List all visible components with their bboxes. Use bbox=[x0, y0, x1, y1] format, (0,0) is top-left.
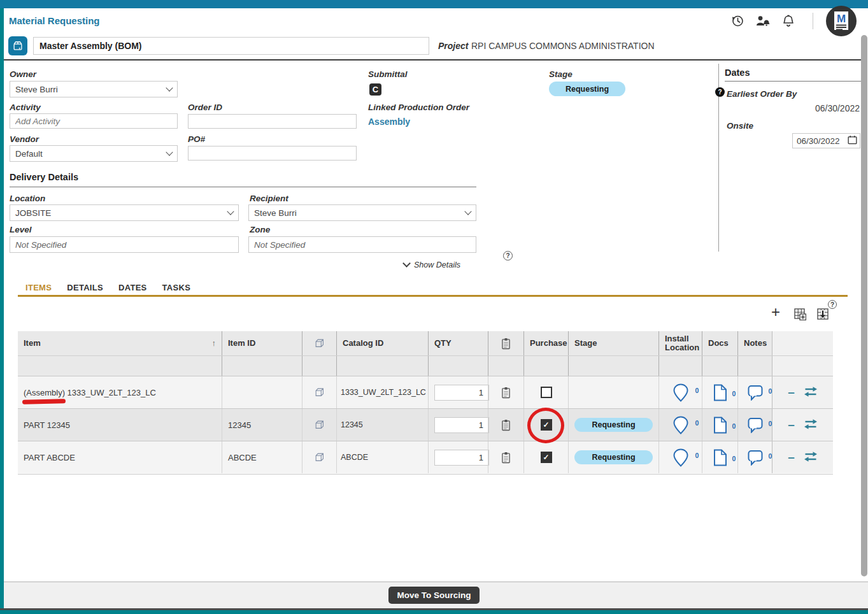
onsite-date-input[interactable]: 06/30/2022 bbox=[792, 133, 860, 148]
docs-icon[interactable]: 0 bbox=[713, 449, 727, 466]
docs-icon[interactable]: 0 bbox=[713, 417, 727, 434]
linked-production-order-label: Linked Production Order bbox=[368, 103, 469, 112]
clipboard-cell[interactable] bbox=[488, 409, 523, 441]
col-notes[interactable]: Notes bbox=[737, 331, 772, 355]
zone-field[interactable]: Not Specified bbox=[248, 236, 476, 253]
vertical-scrollbar[interactable] bbox=[861, 35, 867, 576]
purchase-checkbox[interactable]: ✓ bbox=[541, 452, 552, 463]
col-qty[interactable]: QTY bbox=[428, 331, 488, 355]
delivery-heading-rule bbox=[10, 187, 476, 187]
owner-label: Owner bbox=[10, 69, 36, 79]
import-items-icon[interactable] bbox=[817, 308, 829, 323]
user-alerts-icon[interactable] bbox=[755, 15, 771, 30]
history-icon[interactable] bbox=[731, 15, 744, 30]
calendar-icon[interactable] bbox=[848, 135, 857, 146]
transfer-item-icon[interactable] bbox=[804, 386, 818, 399]
col-stage[interactable]: Stage bbox=[568, 331, 658, 355]
col-item-id[interactable]: Item ID bbox=[222, 331, 302, 355]
install-location-pin-icon[interactable]: 0 bbox=[672, 383, 689, 402]
chevron-down-icon bbox=[402, 259, 411, 268]
notes-icon[interactable]: 0 bbox=[748, 417, 763, 433]
level-field[interactable]: Not Specified bbox=[10, 236, 239, 253]
model-cell[interactable] bbox=[302, 409, 336, 441]
project-label: Project bbox=[438, 41, 468, 51]
level-label: Level bbox=[10, 225, 32, 234]
col-item[interactable]: Item↑ bbox=[18, 331, 222, 355]
help-icon[interactable]: ? bbox=[715, 87, 725, 97]
add-from-catalog-icon[interactable] bbox=[794, 308, 806, 323]
transfer-item-icon[interactable] bbox=[804, 451, 818, 464]
purchase-checkbox[interactable] bbox=[541, 387, 552, 398]
app-logo[interactable]: M bbox=[825, 5, 857, 37]
tab-details[interactable]: DETAILS bbox=[67, 283, 103, 292]
logo-letter: M bbox=[837, 13, 846, 25]
order-id-label: Order ID bbox=[188, 103, 222, 112]
transfer-item-icon[interactable] bbox=[804, 418, 818, 432]
remove-item-button[interactable]: – bbox=[788, 454, 795, 460]
submittal-icon[interactable]: C bbox=[369, 83, 381, 96]
model-cell[interactable] bbox=[302, 376, 336, 408]
catalog-id-cell: 1333_UW_2LT_123_LC bbox=[336, 376, 428, 408]
owner-select[interactable]: Steve Burri bbox=[10, 81, 178, 97]
col-model-icon[interactable] bbox=[302, 331, 336, 355]
col-docs[interactable]: Docs bbox=[702, 331, 737, 355]
activity-input[interactable] bbox=[10, 113, 178, 129]
bottom-accent-strip bbox=[0, 610, 868, 614]
item-id-cell: ABCDE bbox=[222, 441, 302, 473]
order-id-input[interactable] bbox=[188, 114, 357, 129]
table-header-row: Item↑ Item ID Catalog ID QTY Purchase St… bbox=[18, 331, 833, 355]
po-number-input[interactable] bbox=[188, 146, 357, 161]
docs-icon[interactable]: 0 bbox=[713, 384, 727, 401]
recipient-select[interactable]: Steve Burri bbox=[248, 204, 476, 221]
qty-input[interactable] bbox=[434, 417, 489, 433]
col-item-label: Item bbox=[24, 339, 41, 348]
qty-input[interactable] bbox=[434, 385, 489, 401]
notes-icon[interactable]: 0 bbox=[748, 385, 763, 401]
assembly-name-input[interactable] bbox=[33, 37, 429, 55]
col-clipboard[interactable] bbox=[488, 331, 523, 355]
clipboard-icon bbox=[501, 419, 511, 431]
chevron-down-icon bbox=[227, 208, 234, 215]
footer-bar: Move To Sourcing bbox=[0, 582, 868, 608]
location-select[interactable]: JOBSITE bbox=[10, 204, 239, 221]
table-row: PART 12345 12345 12345 ✓ Requesting 0 bbox=[18, 408, 833, 441]
help-icon[interactable]: ? bbox=[828, 300, 837, 309]
notifications-bell-icon[interactable] bbox=[782, 14, 795, 31]
move-to-sourcing-button[interactable]: Move To Sourcing bbox=[388, 587, 479, 604]
table-filter-row[interactable] bbox=[18, 355, 833, 376]
tab-dates[interactable]: DATES bbox=[118, 283, 147, 292]
remove-item-button[interactable]: – bbox=[788, 389, 795, 396]
tab-items[interactable]: ITEMS bbox=[25, 283, 52, 292]
stage-badge: Requesting bbox=[574, 450, 653, 464]
onsite-date-value: 06/30/2022 bbox=[797, 136, 840, 146]
help-icon[interactable]: ? bbox=[503, 251, 513, 261]
col-purchase[interactable]: Purchase bbox=[523, 331, 568, 355]
qty-input[interactable] bbox=[434, 450, 489, 466]
vendor-value: Default bbox=[15, 149, 43, 159]
vendor-select[interactable]: Default bbox=[10, 145, 178, 162]
remove-item-button[interactable]: – bbox=[788, 422, 795, 428]
clipboard-cell[interactable] bbox=[488, 376, 523, 408]
stage-badge: Requesting bbox=[549, 82, 625, 96]
show-details-toggle[interactable]: Show Details bbox=[404, 261, 460, 269]
location-value: JOBSITE bbox=[15, 208, 51, 218]
col-catalog-id[interactable]: Catalog ID bbox=[336, 331, 428, 355]
add-item-button[interactable]: + bbox=[771, 306, 780, 318]
install-location-pin-icon[interactable]: 0 bbox=[672, 448, 689, 467]
top-accent-bar bbox=[0, 0, 868, 8]
assembly-cube-icon bbox=[314, 338, 325, 349]
model-cell[interactable] bbox=[302, 441, 336, 473]
sort-ascending-icon[interactable]: ↑ bbox=[212, 339, 217, 348]
bom-package-icon bbox=[8, 36, 27, 55]
section-divider bbox=[4, 59, 862, 61]
linked-production-order-link[interactable]: Assembly bbox=[368, 117, 410, 127]
clipboard-cell[interactable] bbox=[488, 441, 523, 473]
tab-tasks[interactable]: TASKS bbox=[162, 283, 191, 292]
zone-value: Not Specified bbox=[254, 240, 305, 250]
install-location-pin-icon[interactable]: 0 bbox=[672, 416, 689, 434]
chevron-down-icon bbox=[166, 84, 173, 91]
notes-icon[interactable]: 0 bbox=[748, 450, 763, 466]
table-row: PART ABCDE ABCDE ABCDE ✓ Requesting 0 bbox=[18, 441, 833, 473]
col-install-location[interactable]: Install Location bbox=[658, 331, 702, 355]
recipient-value: Steve Burri bbox=[254, 208, 297, 218]
